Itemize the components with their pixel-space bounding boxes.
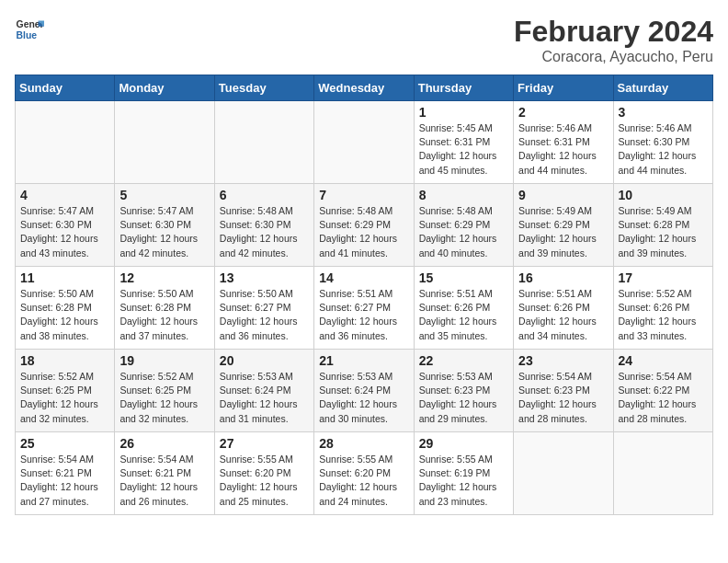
day-number: 10 [619, 188, 708, 202]
day-number: 4 [20, 188, 109, 202]
calendar-week-row: 25Sunrise: 5:54 AM Sunset: 6:21 PM Dayli… [16, 432, 713, 515]
day-info: Sunrise: 5:50 AM Sunset: 6:28 PM Dayligh… [119, 287, 209, 343]
day-info: Sunrise: 5:48 AM Sunset: 6:30 PM Dayligh… [220, 204, 309, 260]
calendar-cell: 2Sunrise: 5:46 AM Sunset: 6:31 PM Daylig… [514, 101, 613, 184]
calendar-cell: 1Sunrise: 5:45 AM Sunset: 6:31 PM Daylig… [414, 101, 513, 184]
weekday-header-tuesday: Tuesday [214, 75, 313, 101]
weekday-header-friday: Friday [514, 75, 613, 101]
day-number: 14 [319, 270, 408, 285]
calendar-cell: 20Sunrise: 5:53 AM Sunset: 6:24 PM Dayli… [214, 350, 313, 432]
day-number: 13 [220, 270, 309, 285]
day-number: 6 [220, 188, 309, 202]
day-number: 19 [119, 353, 209, 368]
calendar-subtitle: Coracora, Ayacucho, Peru [514, 49, 713, 65]
day-info: Sunrise: 5:51 AM Sunset: 6:27 PM Dayligh… [319, 287, 408, 343]
day-number: 27 [220, 436, 309, 451]
day-number: 29 [419, 436, 508, 451]
day-number: 3 [619, 105, 708, 120]
weekday-header-row: SundayMondayTuesdayWednesdayThursdayFrid… [16, 75, 713, 101]
calendar-week-row: 4Sunrise: 5:47 AM Sunset: 6:30 PM Daylig… [16, 184, 713, 267]
calendar-cell [314, 101, 414, 184]
calendar-cell [214, 101, 313, 184]
weekday-header-wednesday: Wednesday [314, 75, 414, 101]
day-number: 26 [119, 436, 209, 451]
header: General Blue February 2024 Coracora, Aya… [15, 15, 713, 65]
day-info: Sunrise: 5:49 AM Sunset: 6:28 PM Dayligh… [619, 204, 708, 260]
day-info: Sunrise: 5:51 AM Sunset: 6:26 PM Dayligh… [518, 287, 608, 343]
day-info: Sunrise: 5:45 AM Sunset: 6:31 PM Dayligh… [419, 121, 508, 178]
day-number: 18 [20, 353, 109, 368]
calendar-cell: 13Sunrise: 5:50 AM Sunset: 6:27 PM Dayli… [214, 267, 313, 350]
calendar-cell: 26Sunrise: 5:54 AM Sunset: 6:21 PM Dayli… [115, 432, 214, 515]
calendar-cell: 7Sunrise: 5:48 AM Sunset: 6:29 PM Daylig… [314, 184, 414, 267]
calendar-cell [514, 432, 613, 515]
day-number: 22 [419, 353, 508, 368]
calendar-cell: 4Sunrise: 5:47 AM Sunset: 6:30 PM Daylig… [16, 184, 115, 267]
calendar-week-row: 18Sunrise: 5:52 AM Sunset: 6:25 PM Dayli… [16, 350, 713, 432]
day-number: 23 [518, 353, 608, 368]
day-number: 11 [20, 270, 109, 285]
calendar-title: February 2024 [514, 15, 713, 49]
calendar-week-row: 1Sunrise: 5:45 AM Sunset: 6:31 PM Daylig… [16, 101, 713, 184]
day-number: 17 [619, 270, 708, 285]
calendar-week-row: 11Sunrise: 5:50 AM Sunset: 6:28 PM Dayli… [16, 267, 713, 350]
calendar-cell: 12Sunrise: 5:50 AM Sunset: 6:28 PM Dayli… [115, 267, 214, 350]
day-number: 28 [319, 436, 408, 451]
calendar-cell: 22Sunrise: 5:53 AM Sunset: 6:23 PM Dayli… [414, 350, 513, 432]
day-info: Sunrise: 5:55 AM Sunset: 6:20 PM Dayligh… [220, 453, 309, 509]
calendar-cell: 17Sunrise: 5:52 AM Sunset: 6:26 PM Dayli… [613, 267, 712, 350]
day-info: Sunrise: 5:54 AM Sunset: 6:21 PM Dayligh… [20, 453, 109, 509]
day-number: 2 [518, 105, 608, 120]
calendar-cell: 9Sunrise: 5:49 AM Sunset: 6:29 PM Daylig… [514, 184, 613, 267]
day-number: 24 [619, 353, 708, 368]
day-number: 5 [119, 188, 209, 202]
day-info: Sunrise: 5:53 AM Sunset: 6:23 PM Dayligh… [419, 370, 508, 426]
day-info: Sunrise: 5:52 AM Sunset: 6:25 PM Dayligh… [119, 370, 209, 426]
day-number: 7 [319, 188, 408, 202]
weekday-header-monday: Monday [115, 75, 214, 101]
calendar-cell: 8Sunrise: 5:48 AM Sunset: 6:29 PM Daylig… [414, 184, 513, 267]
day-info: Sunrise: 5:51 AM Sunset: 6:26 PM Dayligh… [419, 287, 508, 343]
day-number: 21 [319, 353, 408, 368]
day-number: 8 [419, 188, 508, 202]
svg-text:Blue: Blue [17, 30, 38, 40]
day-info: Sunrise: 5:52 AM Sunset: 6:25 PM Dayligh… [20, 370, 109, 426]
calendar-cell [115, 101, 214, 184]
calendar-cell: 27Sunrise: 5:55 AM Sunset: 6:20 PM Dayli… [214, 432, 313, 515]
day-number: 9 [518, 188, 608, 202]
calendar-cell: 10Sunrise: 5:49 AM Sunset: 6:28 PM Dayli… [613, 184, 712, 267]
day-info: Sunrise: 5:54 AM Sunset: 6:21 PM Dayligh… [119, 453, 209, 509]
calendar-cell: 21Sunrise: 5:53 AM Sunset: 6:24 PM Dayli… [314, 350, 414, 432]
calendar-cell: 14Sunrise: 5:51 AM Sunset: 6:27 PM Dayli… [314, 267, 414, 350]
calendar-cell: 15Sunrise: 5:51 AM Sunset: 6:26 PM Dayli… [414, 267, 513, 350]
day-info: Sunrise: 5:46 AM Sunset: 6:30 PM Dayligh… [619, 121, 708, 178]
calendar-cell: 5Sunrise: 5:47 AM Sunset: 6:30 PM Daylig… [115, 184, 214, 267]
day-info: Sunrise: 5:54 AM Sunset: 6:23 PM Dayligh… [518, 370, 608, 426]
logo-icon: General Blue [15, 15, 44, 44]
calendar-cell: 18Sunrise: 5:52 AM Sunset: 6:25 PM Dayli… [16, 350, 115, 432]
calendar-cell: 24Sunrise: 5:54 AM Sunset: 6:22 PM Dayli… [613, 350, 712, 432]
day-number: 20 [220, 353, 309, 368]
calendar-cell: 23Sunrise: 5:54 AM Sunset: 6:23 PM Dayli… [514, 350, 613, 432]
day-info: Sunrise: 5:53 AM Sunset: 6:24 PM Dayligh… [319, 370, 408, 426]
day-info: Sunrise: 5:50 AM Sunset: 6:27 PM Dayligh… [220, 287, 309, 343]
day-info: Sunrise: 5:55 AM Sunset: 6:20 PM Dayligh… [319, 453, 408, 509]
weekday-header-sunday: Sunday [16, 75, 115, 101]
calendar-cell: 16Sunrise: 5:51 AM Sunset: 6:26 PM Dayli… [514, 267, 613, 350]
day-info: Sunrise: 5:55 AM Sunset: 6:19 PM Dayligh… [419, 453, 508, 509]
calendar-cell: 28Sunrise: 5:55 AM Sunset: 6:20 PM Dayli… [314, 432, 414, 515]
day-info: Sunrise: 5:47 AM Sunset: 6:30 PM Dayligh… [119, 204, 209, 260]
day-number: 16 [518, 270, 608, 285]
calendar-cell: 29Sunrise: 5:55 AM Sunset: 6:19 PM Dayli… [414, 432, 513, 515]
weekday-header-saturday: Saturday [613, 75, 712, 101]
day-info: Sunrise: 5:47 AM Sunset: 6:30 PM Dayligh… [20, 204, 109, 260]
day-info: Sunrise: 5:46 AM Sunset: 6:31 PM Dayligh… [518, 121, 608, 178]
calendar-cell [613, 432, 712, 515]
day-info: Sunrise: 5:53 AM Sunset: 6:24 PM Dayligh… [220, 370, 309, 426]
calendar-cell: 11Sunrise: 5:50 AM Sunset: 6:28 PM Dayli… [16, 267, 115, 350]
calendar-table: SundayMondayTuesdayWednesdayThursdayFrid… [15, 75, 713, 515]
day-number: 12 [119, 270, 209, 285]
day-number: 1 [419, 105, 508, 120]
calendar-cell [16, 101, 115, 184]
calendar-cell: 6Sunrise: 5:48 AM Sunset: 6:30 PM Daylig… [214, 184, 313, 267]
